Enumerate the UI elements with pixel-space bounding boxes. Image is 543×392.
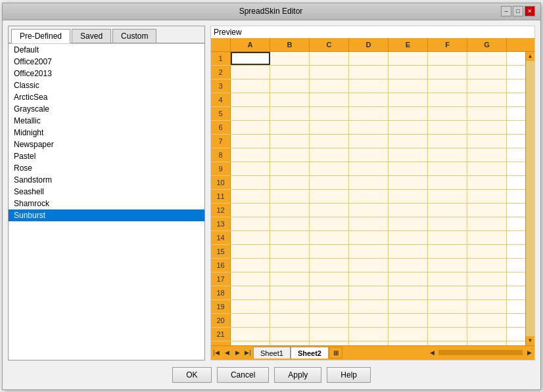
grid-cell[interactable] (467, 79, 507, 93)
grid-cell[interactable] (270, 328, 310, 341)
grid-cell[interactable] (349, 328, 389, 341)
grid-cell[interactable] (310, 259, 349, 272)
grid-cell[interactable] (389, 341, 428, 345)
scroll-down-arrow[interactable]: ▼ (526, 336, 535, 345)
list-item[interactable]: Grayscale (9, 103, 204, 115)
grid-cell[interactable] (231, 148, 270, 162)
sheet-nav-last[interactable]: ▶| (243, 347, 253, 358)
grid-cell[interactable] (349, 231, 389, 244)
grid-cell[interactable] (270, 162, 310, 175)
grid-cell[interactable] (467, 52, 507, 65)
grid-cell[interactable] (310, 121, 349, 134)
cancel-button[interactable]: Cancel (217, 367, 269, 383)
grid-cell[interactable] (349, 135, 389, 148)
grid-cell[interactable] (389, 162, 428, 175)
grid-cell[interactable] (310, 341, 349, 345)
grid-cell[interactable] (231, 314, 270, 327)
grid-cell[interactable] (467, 66, 507, 79)
grid-cell[interactable] (231, 328, 270, 341)
grid-cell[interactable] (349, 314, 389, 327)
grid-cell[interactable] (310, 148, 349, 162)
vertical-scrollbar[interactable]: ▲ ▼ (525, 52, 534, 345)
hscroll-left[interactable]: ◀ (427, 347, 437, 358)
grid-cell[interactable] (349, 162, 389, 175)
grid-cell[interactable] (231, 286, 270, 299)
grid-cell[interactable] (310, 176, 349, 189)
grid-cell[interactable] (310, 314, 349, 327)
grid-cell[interactable] (349, 176, 389, 189)
grid-cell[interactable] (349, 245, 389, 258)
grid-cell[interactable] (349, 217, 389, 230)
grid-cell[interactable] (428, 272, 467, 286)
grid-cell[interactable] (428, 190, 467, 203)
grid-cell[interactable] (467, 176, 507, 189)
grid-cell[interactable] (270, 272, 310, 286)
sheet-nav-next[interactable]: ▶ (232, 347, 243, 358)
grid-cell[interactable] (389, 300, 428, 313)
grid-cell[interactable] (231, 272, 270, 286)
grid-cell[interactable] (389, 79, 428, 93)
grid-cell[interactable] (270, 66, 310, 79)
grid-view-icon[interactable]: ⊞ (329, 347, 342, 359)
grid-cell[interactable] (310, 93, 349, 106)
list-item[interactable]: Rose (9, 162, 204, 174)
grid-cell[interactable] (270, 231, 310, 244)
grid-cell[interactable] (310, 52, 349, 65)
grid-cell[interactable] (310, 204, 349, 217)
grid-cell[interactable] (270, 148, 310, 162)
hscroll-track[interactable] (438, 350, 523, 355)
grid-cell[interactable] (389, 176, 428, 189)
tab-predefined[interactable]: Pre-Defined (11, 29, 70, 43)
grid-cell[interactable] (389, 217, 428, 230)
grid-cell[interactable] (349, 66, 389, 79)
grid-cell[interactable] (270, 121, 310, 134)
list-item[interactable]: Sunburst (9, 209, 204, 221)
grid-cell[interactable] (270, 204, 310, 217)
grid-cell[interactable] (467, 204, 507, 217)
grid-cell[interactable] (467, 328, 507, 341)
grid-cell[interactable] (428, 162, 467, 175)
grid-cell[interactable] (389, 259, 428, 272)
list-item[interactable]: Office2013 (9, 68, 204, 79)
grid-cell[interactable] (428, 79, 467, 93)
ok-button[interactable]: OK (172, 367, 212, 383)
grid-cell[interactable] (428, 300, 467, 313)
sheet-tab-1[interactable]: Sheet1 (253, 347, 291, 359)
grid-cell[interactable] (270, 259, 310, 272)
grid-cell[interactable] (467, 121, 507, 134)
grid-cell[interactable] (270, 314, 310, 327)
grid-cell[interactable] (270, 341, 310, 345)
maximize-button[interactable]: □ (513, 6, 523, 16)
grid-cell[interactable] (349, 259, 389, 272)
grid-cell[interactable] (231, 52, 270, 65)
grid-cell[interactable] (389, 121, 428, 134)
grid-cell[interactable] (389, 52, 428, 65)
grid-cell[interactable] (389, 314, 428, 327)
grid-cell[interactable] (270, 190, 310, 203)
list-item[interactable]: Office2007 (9, 56, 204, 68)
grid-cell[interactable] (428, 148, 467, 162)
grid-cell[interactable] (428, 135, 467, 148)
list-item[interactable]: Default (9, 44, 204, 56)
grid-cell[interactable] (389, 148, 428, 162)
list-item[interactable]: Seashell (9, 186, 204, 198)
grid-cell[interactable] (389, 66, 428, 79)
grid-cell[interactable] (428, 66, 467, 79)
grid-cell[interactable] (389, 93, 428, 106)
grid-cell[interactable] (467, 148, 507, 162)
grid-cell[interactable] (389, 245, 428, 258)
grid-cell[interactable] (310, 190, 349, 203)
grid-cell[interactable] (467, 135, 507, 148)
list-item[interactable]: Metallic (9, 115, 204, 127)
grid-cell[interactable] (310, 286, 349, 299)
tab-custom[interactable]: Custom (112, 29, 156, 43)
grid-cell[interactable] (349, 190, 389, 203)
grid-cell[interactable] (270, 93, 310, 106)
grid-cell[interactable] (310, 107, 349, 120)
grid-cell[interactable] (428, 286, 467, 299)
grid-cell[interactable] (389, 272, 428, 286)
grid-cell[interactable] (389, 328, 428, 341)
grid-cell[interactable] (231, 107, 270, 120)
grid-cell[interactable] (310, 135, 349, 148)
grid-cell[interactable] (310, 79, 349, 93)
